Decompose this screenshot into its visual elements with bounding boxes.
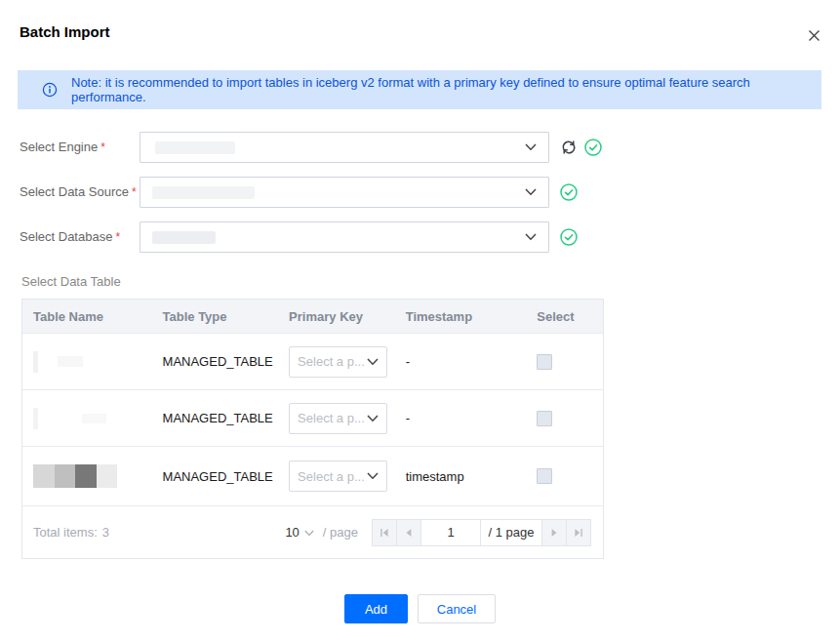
table-row: MANAGED_TABLE Select a p... - [22,333,603,389]
timestamp-value: - [406,354,410,369]
chevron-down-icon [525,233,537,241]
select-data-table-label: Select Data Table [21,274,121,289]
page-count-label: / 1 page [480,519,542,546]
primary-key-select[interactable]: Select a p... [289,461,387,492]
chevron-down-icon [304,530,314,537]
required-marker: * [132,185,137,199]
per-page-label: / page [323,525,358,540]
table-name-redacted [22,447,163,505]
batch-import-dialog: Batch Import Note: it is recommended to … [0,0,840,642]
engine-select-value-redacted [152,141,525,154]
row-select-checkbox[interactable] [537,354,552,370]
table-type-value: MANAGED_TABLE [163,354,273,369]
form-row-database: Select Database* [0,221,840,253]
table-row: MANAGED_TABLE Select a p... - [22,389,603,446]
pagination-bar: Total items:3 10 / page [22,505,603,558]
column-header-table-name: Table Name [22,309,163,324]
table-row: MANAGED_TABLE Select a p... timestamp [22,446,603,505]
close-button[interactable] [804,25,823,45]
table-type-value: MANAGED_TABLE [163,411,273,425]
last-page-button[interactable] [566,519,591,546]
column-header-table-type: Table Type [163,309,290,324]
engine-label: Select Engine* [20,132,105,163]
column-header-timestamp: Timestamp [406,309,538,324]
data-source-select-value-redacted [152,186,525,199]
data-source-valid-icon [559,182,579,202]
note-text: Note: it is recommended to import tables… [71,75,821,104]
dialog-footer: Add Cancel [0,594,840,623]
table-header-row: Table Name Table Type Primary Key Timest… [22,300,603,333]
close-icon [808,29,820,42]
engine-select[interactable] [140,132,549,163]
database-label: Select Database* [20,221,120,253]
timestamp-value: - [406,411,410,425]
primary-key-placeholder: Select a p... [298,354,365,369]
column-header-primary-key: Primary Key [289,309,406,324]
engine-valid-icon [583,138,603,157]
column-header-select: Select [537,309,603,324]
next-page-button[interactable] [541,519,567,546]
primary-key-placeholder: Select a p... [298,411,365,425]
total-items-count: 3 [102,525,109,540]
page-size-select[interactable]: 10 [285,525,313,540]
previous-page-icon [403,527,415,539]
next-page-icon [548,527,560,539]
row-select-checkbox[interactable] [537,468,552,484]
total-items-text: Total items:3 [33,525,109,540]
first-page-button[interactable] [372,519,397,546]
primary-key-select[interactable]: Select a p... [289,346,387,378]
required-marker: * [100,140,105,154]
add-button[interactable]: Add [344,594,408,623]
refresh-button[interactable] [559,138,579,157]
primary-key-select[interactable]: Select a p... [289,403,387,434]
database-select-value-redacted [152,231,525,244]
data-source-label: Select Data Source* [20,177,137,208]
first-page-icon [379,527,390,539]
form-row-engine: Select Engine* [0,132,840,163]
dialog-title: Batch Import [20,23,110,40]
primary-key-placeholder: Select a p... [298,469,365,484]
page-size-value: 10 [285,525,299,540]
timestamp-value: timestamp [406,469,464,484]
chevron-down-icon [367,472,379,480]
last-page-icon [573,527,584,539]
table-name-redacted [22,334,163,389]
refresh-icon [560,139,578,156]
form-row-data-source: Select Data Source* [0,177,840,208]
database-select[interactable] [140,221,549,253]
chevron-down-icon [367,415,379,422]
table-type-value: MANAGED_TABLE [163,469,273,484]
required-marker: * [115,230,120,244]
previous-page-button[interactable] [396,519,421,546]
data-source-select[interactable] [140,177,549,208]
page-number-input[interactable] [420,519,481,546]
data-table: Table Name Table Type Primary Key Timest… [21,299,604,559]
chevron-down-icon [525,143,537,151]
table-name-redacted [22,390,163,446]
pagination-nav: / 1 page [372,519,591,546]
note-banner: Note: it is recommended to import tables… [18,70,821,109]
database-valid-icon [559,227,579,247]
info-icon [42,82,58,98]
chevron-down-icon [367,358,379,366]
row-select-checkbox[interactable] [537,411,552,426]
cancel-button[interactable]: Cancel [418,594,496,623]
chevron-down-icon [525,188,537,196]
